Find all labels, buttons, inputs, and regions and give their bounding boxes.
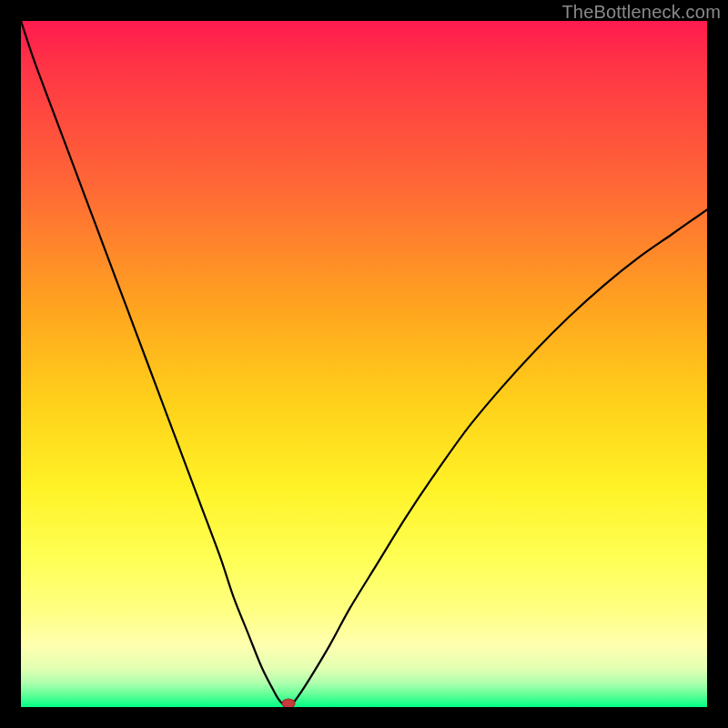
bottleneck-curve (21, 21, 707, 707)
plot-area (21, 21, 707, 707)
curve-layer (21, 21, 707, 707)
chart-frame: TheBottleneck.com (0, 0, 728, 728)
watermark-label: TheBottleneck.com (561, 2, 721, 23)
minimum-marker-icon (282, 699, 295, 707)
